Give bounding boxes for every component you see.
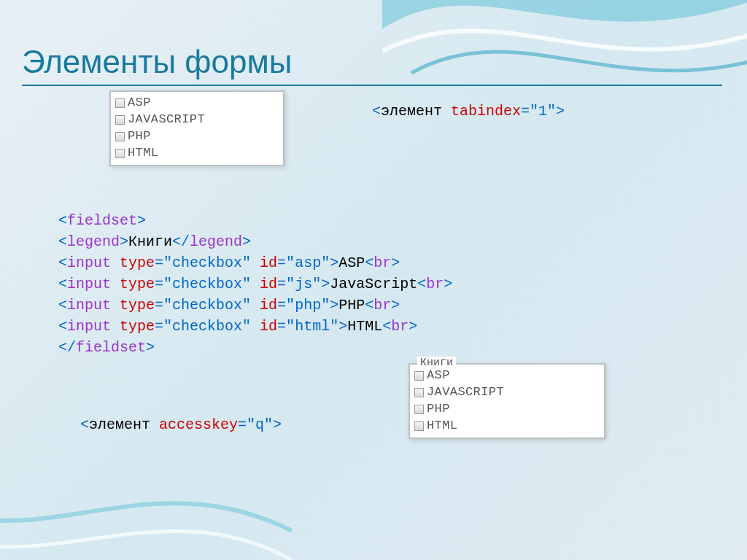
list-item: ASP	[115, 95, 279, 112]
code-input-line: <input type="checkbox" id="asp">ASP<br>	[58, 252, 452, 273]
checkbox-icon	[414, 405, 424, 414]
list-item: PHP	[115, 128, 279, 145]
list-item: HTML	[115, 145, 279, 162]
list-item: JavaScript	[115, 112, 279, 128]
code-input-line: <input type="checkbox" id="php">PHP<br>	[58, 295, 452, 316]
list-item: ASP	[414, 368, 600, 384]
list-item: PHP	[414, 401, 600, 418]
list-item: HTML	[414, 418, 600, 435]
code-input-line: <input type="checkbox" id="html">HTML<br…	[58, 316, 452, 337]
checkbox-icon	[115, 149, 125, 158]
fieldset-rendered: Книги ASP JavaScript PHP HTML	[409, 363, 605, 439]
decorative-wave-bottom	[0, 443, 292, 560]
slide-title: Элементы формы	[22, 44, 725, 83]
checkbox-icon	[414, 388, 424, 397]
code-tabindex: <элемент tabindex="1">	[372, 101, 565, 122]
list-item: JavaScript	[414, 384, 600, 401]
checkbox-icon	[115, 98, 125, 108]
code-accesskey: <элемент accesskey="q">	[80, 414, 282, 435]
checkbox-icon	[414, 421, 424, 431]
checkbox-icon	[115, 132, 125, 141]
code-fieldset: <fieldset> <legend>Книги</legend> <input…	[58, 210, 452, 358]
fieldset-legend: Книги	[417, 357, 456, 369]
checkbox-icon	[115, 115, 125, 125]
checkbox-icon	[414, 371, 424, 381]
code-input-line: <input type="checkbox" id="js">JavaScrip…	[58, 273, 452, 295]
listbox-checkboxes: ASP JavaScript PHP HTML	[109, 90, 285, 166]
